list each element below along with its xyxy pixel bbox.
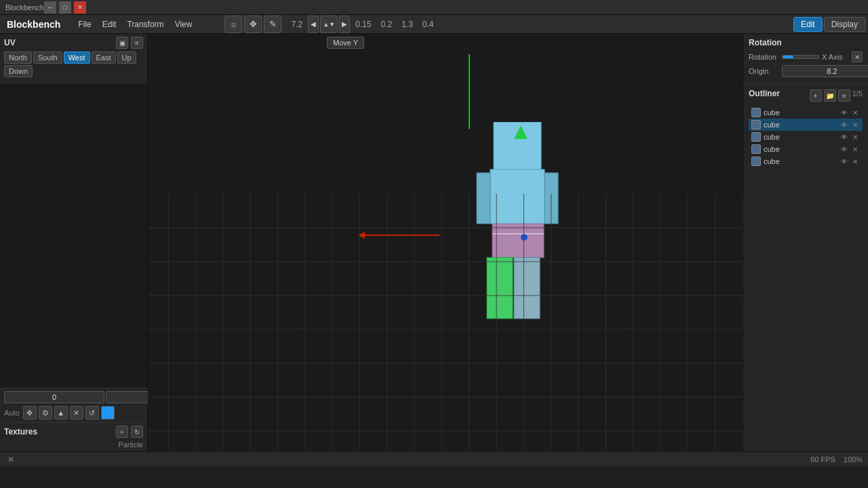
outliner-item-name-2: cube xyxy=(764,121,837,129)
uv-grid-btn[interactable]: ▣ xyxy=(116,37,128,49)
toolbar-num5: 0.4 xyxy=(418,20,438,29)
outliner-list-btn[interactable]: ≡ xyxy=(838,89,850,102)
titlebar-title: Blockbench xyxy=(5,3,44,12)
action-settings[interactable]: ⚙ xyxy=(39,406,52,420)
rotation-slider[interactable] xyxy=(782,55,820,59)
action-expand[interactable]: ✥ xyxy=(23,406,37,420)
outliner-item-1[interactable]: cube 👁 ✕ xyxy=(749,106,863,119)
nav-center[interactable]: ▲▼ xyxy=(320,16,338,33)
menubar: Blockbench File Edit Transform View ☼ ✥ … xyxy=(0,15,868,34)
rotation-section-title: Rotation xyxy=(749,38,863,47)
nav-prev[interactable]: ◀ xyxy=(308,16,319,33)
titlebar-controls: – □ ✕ xyxy=(44,1,86,14)
minimize-button[interactable]: – xyxy=(44,1,56,14)
outliner-item-actions-3: 👁 ✕ xyxy=(840,132,860,142)
toolbar-num1: 7.2 xyxy=(287,20,307,29)
particle-label: Particle xyxy=(4,441,143,449)
svg-rect-0 xyxy=(494,122,541,169)
textures-title: Textures xyxy=(4,427,37,436)
outliner-section: Outliner + 📁 ≡ 1/5 cube 👁 ✕ cube xyxy=(743,85,868,451)
texture-refresh-btn[interactable]: ↻ xyxy=(131,426,143,438)
origin-inputs: ⋮ xyxy=(782,65,868,77)
outliner-x-3[interactable]: ✕ xyxy=(850,132,860,142)
outliner-eye-4[interactable]: 👁 xyxy=(840,144,849,154)
y-axis-line xyxy=(469,54,470,129)
mode-btn-3[interactable]: ✎ xyxy=(264,16,281,33)
outliner-eye-1[interactable]: 👁 xyxy=(840,108,849,117)
outliner-folder-btn[interactable]: 📁 xyxy=(824,89,836,102)
statusbar-left: ✕ xyxy=(5,454,16,465)
main-layout: UV ▣ ≡ North South West East Up Down xyxy=(0,34,868,451)
coord-x[interactable] xyxy=(4,391,104,403)
uv-list-btn[interactable]: ≡ xyxy=(131,37,143,49)
fps-display: 60 FPS xyxy=(810,455,835,464)
outliner-item-4[interactable]: cube 👁 ✕ xyxy=(749,143,863,155)
close-button[interactable]: ✕ xyxy=(74,1,86,14)
face-btn-west[interactable]: West xyxy=(64,52,90,64)
mode-btn-1[interactable]: ☼ xyxy=(224,16,242,33)
maximize-button[interactable]: □ xyxy=(59,1,71,14)
edit-mode-button[interactable]: Edit xyxy=(793,17,823,32)
toolbar-num4: 1.3 xyxy=(397,20,417,29)
rotation-label: Rotation xyxy=(749,53,779,61)
mode-btn-2[interactable]: ✥ xyxy=(244,16,262,33)
uv-section: UV ▣ ≡ North South West East Up Down xyxy=(0,34,147,83)
menu-view[interactable]: View xyxy=(170,18,198,31)
nav-next[interactable]: ▶ xyxy=(339,16,350,33)
statusbar: ✕ 60 FPS 100% xyxy=(0,451,868,466)
action-export[interactable]: ▲ xyxy=(54,406,68,420)
display-mode-button[interactable]: Display xyxy=(824,17,865,32)
action-row: Auto ✥ ⚙ ▲ ✕ ↺ xyxy=(4,406,143,420)
face-btn-up[interactable]: Up xyxy=(117,52,136,64)
outliner-item-icon-3 xyxy=(751,132,761,142)
zoom-display: 100% xyxy=(844,455,863,464)
texture-add-btn[interactable]: + xyxy=(116,426,128,438)
textures-section: Textures + ↻ Particle xyxy=(0,422,147,451)
outliner-item-icon-1 xyxy=(751,108,761,117)
menu-transform[interactable]: Transform xyxy=(121,18,169,31)
outliner-eye-2[interactable]: 👁 xyxy=(840,120,849,129)
outliner-item-name-3: cube xyxy=(764,133,837,141)
rotation-row: Rotation X Axis ✕ xyxy=(749,52,863,62)
action-close[interactable]: ✕ xyxy=(70,406,83,420)
close-panel-btn[interactable]: ✕ xyxy=(5,454,16,465)
outliner-item-2[interactable]: cube 👁 ✕ xyxy=(749,119,863,131)
outliner-count: 1/5 xyxy=(852,89,863,102)
origin-label: Origin xyxy=(749,67,779,75)
origin-x[interactable] xyxy=(782,65,868,77)
textures-icons: + ↻ xyxy=(116,426,143,438)
coord-row xyxy=(4,391,143,403)
outliner-item-name-5: cube xyxy=(764,157,837,165)
left-panel: UV ▣ ≡ North South West East Up Down xyxy=(0,34,148,451)
outliner-item-5[interactable]: cube 👁 ✕ xyxy=(749,155,863,167)
color-swatch[interactable] xyxy=(101,406,115,420)
move-y-tooltip: Move Y xyxy=(327,37,364,49)
edit-display-buttons: Edit Display xyxy=(793,17,865,32)
outliner-eye-3[interactable]: 👁 xyxy=(840,132,849,142)
face-btn-north[interactable]: North xyxy=(4,52,32,64)
outliner-x-5[interactable]: ✕ xyxy=(850,157,860,166)
outliner-add-btn[interactable]: + xyxy=(810,89,822,102)
rotation-axis-label: X Axis xyxy=(822,53,849,61)
outliner-x-1[interactable]: ✕ xyxy=(850,108,860,117)
menu-edit[interactable]: Edit xyxy=(97,18,122,31)
menu-file[interactable]: File xyxy=(73,18,96,31)
face-btn-down[interactable]: Down xyxy=(4,65,33,77)
statusbar-right: 60 FPS 100% xyxy=(810,455,863,464)
outliner-x-4[interactable]: ✕ xyxy=(850,144,860,154)
outliner-item-actions-2: 👁 ✕ xyxy=(840,120,860,129)
outliner-eye-5[interactable]: 👁 xyxy=(840,157,849,166)
right-panel: Rotation Rotation X Axis ✕ Origin ⋮ xyxy=(743,34,868,451)
face-buttons: North South West East Up Down xyxy=(4,52,143,77)
outliner-x-2[interactable]: ✕ xyxy=(850,120,860,129)
face-btn-east[interactable]: East xyxy=(92,52,116,64)
uv-header-icons: ▣ ≡ xyxy=(116,37,143,49)
face-btn-south[interactable]: South xyxy=(33,52,62,64)
outliner-item-3[interactable]: cube 👁 ✕ xyxy=(749,131,863,143)
auto-label: Auto xyxy=(4,409,20,417)
viewport[interactable] xyxy=(148,34,743,451)
action-undo[interactable]: ↺ xyxy=(85,406,99,420)
viewport-grid xyxy=(148,194,743,451)
rotation-clear-btn[interactable]: ✕ xyxy=(852,52,863,62)
toolbar-num2: 0.15 xyxy=(351,20,375,29)
